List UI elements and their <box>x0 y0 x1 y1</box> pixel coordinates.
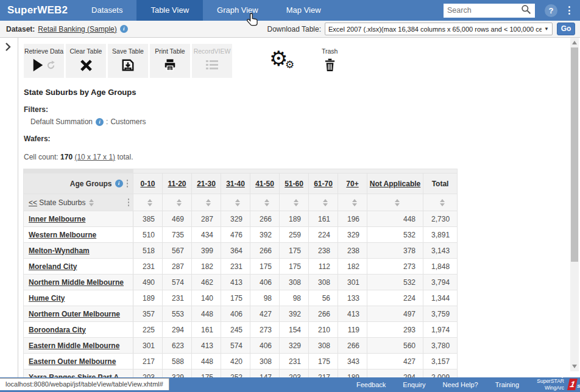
dataset-bar: Dataset: Retail Banking (Sample) i Downl… <box>0 21 580 38</box>
sort-icon[interactable] <box>440 199 445 206</box>
column-sort-cell[interactable] <box>250 194 280 211</box>
sort-icon[interactable] <box>294 199 299 206</box>
go-button[interactable]: Go <box>557 23 575 35</box>
row-label-link[interactable]: Western Melbourne <box>29 231 96 239</box>
sidebar-expand-button[interactable] <box>5 43 18 54</box>
vertical-scrollbar[interactable] <box>570 38 579 371</box>
row-dimension-cell: << State Suburbs <box>24 194 133 211</box>
sort-icon[interactable] <box>177 199 182 206</box>
scrollbar-thumb[interactable] <box>571 47 578 262</box>
column-header: Total <box>423 173 458 194</box>
data-cell: 231 <box>280 354 309 369</box>
column-header[interactable]: 31-40 <box>221 173 250 194</box>
column-sort-cell[interactable] <box>338 194 367 211</box>
row-sort-icon[interactable] <box>89 199 94 206</box>
data-cell: 2,730 <box>423 211 458 227</box>
data-cell: 140 <box>192 290 221 306</box>
column-sort-cell[interactable] <box>133 194 163 211</box>
row-header-cell: Eastern Outer Melbourne <box>24 354 133 369</box>
row-label-link[interactable]: Eastern Outer Melbourne <box>29 357 116 366</box>
search-box[interactable] <box>444 4 535 18</box>
row-header-cell: Eastern Middle Melbourne <box>24 338 133 354</box>
data-cell: 406 <box>250 338 280 354</box>
scroll-up-icon[interactable] <box>572 41 577 44</box>
row-label-link[interactable]: Moreland City <box>29 262 77 271</box>
column-header[interactable]: 11-20 <box>163 173 192 194</box>
column-sort-cell[interactable] <box>221 194 250 211</box>
data-cell: 225 <box>133 322 163 338</box>
filter-info-icon[interactable]: i <box>96 118 104 126</box>
row-label-link[interactable]: Inner Melbourne <box>29 215 85 223</box>
column-header[interactable]: 51-60 <box>280 173 309 194</box>
clear-table-button[interactable]: Clear Table <box>66 44 106 78</box>
sort-icon[interactable] <box>352 199 357 206</box>
dataset-link[interactable]: Retail Banking (Sample) <box>38 25 116 33</box>
row-label-link[interactable]: Northern Middle Melbourne <box>29 278 124 287</box>
footer-link-enquiry[interactable]: Enquiry <box>403 381 425 388</box>
scroll-down-icon[interactable] <box>572 365 577 368</box>
data-cell: 182 <box>338 259 367 275</box>
column-sort-cell[interactable] <box>309 194 338 211</box>
sort-icon[interactable] <box>206 199 211 206</box>
row-label-link[interactable]: Hume City <box>29 294 65 303</box>
data-cell: 385 <box>133 211 163 227</box>
column-options-icon[interactable] <box>123 177 132 190</box>
row-dimension-collapse-link[interactable]: << <box>29 198 37 207</box>
age-groups-info-icon[interactable]: i <box>115 180 123 187</box>
save-table-button[interactable]: Save Table <box>108 44 148 78</box>
data-cell: 175 <box>221 290 250 306</box>
column-header[interactable]: 61-70 <box>309 173 338 194</box>
footer-link-feedback[interactable]: Feedback <box>356 381 386 388</box>
sort-icon[interactable] <box>264 199 269 206</box>
cell-count-link[interactable]: (10 x 17 x 1) <box>74 153 115 161</box>
nav-item-map-view[interactable]: Map View <box>272 0 335 21</box>
data-cell: 3,891 <box>423 227 458 243</box>
row-dimension-label: State Suburbs <box>39 198 85 207</box>
column-sort-cell[interactable] <box>280 194 309 211</box>
row-label-link[interactable]: Boroondara City <box>29 326 86 334</box>
data-cell: 588 <box>163 354 192 369</box>
row-label-link[interactable]: Eastern Middle Melbourne <box>29 341 119 350</box>
data-cell: 448 <box>192 306 221 322</box>
column-header[interactable]: 41-50 <box>250 173 280 194</box>
column-header[interactable]: 21-30 <box>192 173 221 194</box>
table-row: Boroondara City2252941612452731542101192… <box>24 322 458 338</box>
sort-icon[interactable] <box>395 199 400 206</box>
record-list-icon <box>205 59 219 74</box>
column-sort-cell[interactable] <box>192 194 221 211</box>
footer-link-training[interactable]: Training <box>495 381 519 388</box>
data-cell: 133 <box>338 290 367 306</box>
sort-icon[interactable] <box>235 199 240 206</box>
print-table-button[interactable]: Print Table <box>150 44 190 78</box>
data-cell: 413 <box>221 275 250 290</box>
data-cell: 273 <box>367 259 423 275</box>
column-header[interactable]: 0-10 <box>133 173 163 194</box>
footer-link-need-help[interactable]: Need Help? <box>443 381 478 388</box>
nav-item-graph-view[interactable]: Graph View <box>203 0 272 21</box>
column-sort-cell[interactable] <box>367 194 423 211</box>
sort-icon[interactable] <box>323 199 328 206</box>
search-input[interactable] <box>447 6 521 15</box>
column-header[interactable]: Not Applicable <box>367 173 423 194</box>
column-sort-cell[interactable] <box>423 194 458 211</box>
row-options-icon[interactable] <box>124 196 133 209</box>
sort-icon[interactable] <box>147 199 152 206</box>
retrieve-data-button[interactable]: Retrieve Data <box>24 44 64 78</box>
filter-separator: : <box>106 117 108 126</box>
table-options-gears-icon[interactable]: ⚙⚙ <box>269 50 297 75</box>
help-icon[interactable]: ? <box>545 4 557 17</box>
download-format-select[interactable]: Excel 2007 (.xlsx)(max 16,384 columns x … <box>325 23 553 35</box>
nav-item-datasets[interactable]: Datasets <box>77 0 136 21</box>
overflow-menu-icon[interactable] <box>565 4 574 17</box>
column-sort-cell[interactable] <box>163 194 192 211</box>
search-icon[interactable] <box>521 4 531 17</box>
dataset-info-icon[interactable]: i <box>120 25 128 33</box>
row-label-link[interactable]: Northern Outer Melbourne <box>29 310 120 318</box>
nav-item-table-view[interactable]: Table View <box>136 0 203 21</box>
data-cell: 161 <box>192 322 221 338</box>
row-label-link[interactable]: Yarra Ranges Shire Part A <box>29 373 119 378</box>
column-header[interactable]: 70+ <box>338 173 367 194</box>
row-label-link[interactable]: Melton-Wyndham <box>29 247 90 255</box>
printer-icon <box>163 58 177 74</box>
trash-dropzone[interactable]: Trash <box>322 44 338 74</box>
